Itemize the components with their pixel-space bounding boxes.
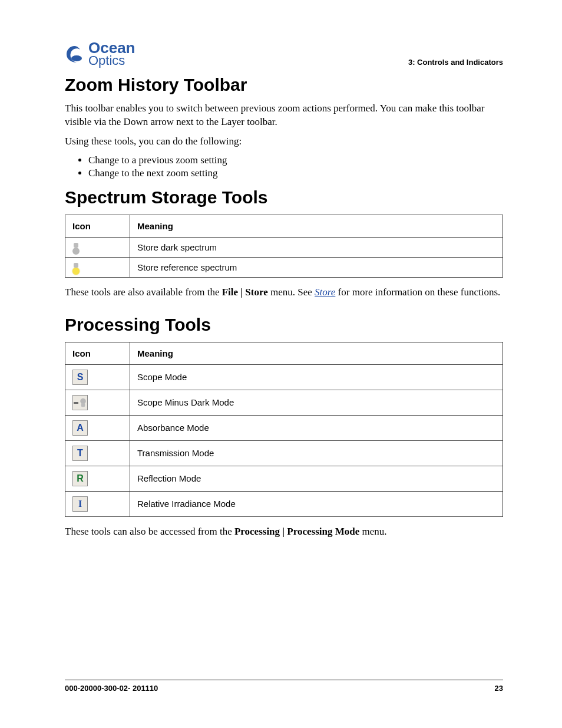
storage-col-icon: Icon <box>65 215 130 238</box>
icon-cell: T <box>65 440 130 466</box>
processing-col-meaning: Meaning <box>130 342 503 364</box>
storage-col-meaning: Meaning <box>130 215 503 238</box>
heading-zoom-history: Zoom History Toolbar <box>65 75 503 95</box>
logo-swirl-icon <box>65 44 85 64</box>
meaning-cell: Store dark spectrum <box>130 238 503 258</box>
icon-cell: A <box>65 415 130 440</box>
doc-number: 000-20000-300-02- 201110 <box>65 684 158 693</box>
storage-note-mid: menu. See <box>268 286 315 298</box>
storage-table: Icon Meaning Store dark spectrum Store r… <box>65 215 503 278</box>
meaning-cell: Transmission Mode <box>130 440 503 466</box>
storage-note: These tools are also available from the … <box>65 286 503 299</box>
zoom-para2: Using these tools, you can do the follow… <box>65 135 503 149</box>
page-header: Ocean Optics 3: Controls and Indicators <box>65 41 503 67</box>
reflection-mode-icon: R <box>72 471 88 486</box>
logo-text: Ocean Optics <box>88 41 135 67</box>
heading-processing: Processing Tools <box>65 315 503 335</box>
store-link[interactable]: Store <box>315 286 335 298</box>
storage-note-bold: File | Store <box>222 286 268 298</box>
processing-note-before: These tools can also be accessed from th… <box>65 526 234 537</box>
absorbance-mode-icon: A <box>72 420 88 436</box>
icon-cell: R <box>65 466 130 491</box>
table-row: Store dark spectrum <box>65 238 503 258</box>
storage-header-row: Icon Meaning <box>65 215 503 238</box>
page-number: 23 <box>495 684 503 693</box>
logo-line2: Optics <box>88 55 135 67</box>
zoom-para1: This toolbar enables you to switch betwe… <box>65 102 503 129</box>
processing-note-bold: Processing | Processing Mode <box>234 526 359 537</box>
zoom-bullet-1: Change to the next zoom setting <box>88 167 503 179</box>
processing-col-icon: Icon <box>65 342 130 364</box>
page: Ocean Optics 3: Controls and Indicators … <box>0 0 562 728</box>
processing-header-row: Icon Meaning <box>65 342 503 364</box>
meaning-cell: Relative Irradiance Mode <box>130 491 503 516</box>
section-label: 3: Controls and Indicators <box>408 58 503 67</box>
heading-storage: Spectrum Storage Tools <box>65 187 503 207</box>
table-row: S Scope Mode <box>65 364 503 390</box>
processing-note-after: menu. <box>359 526 386 537</box>
icon-cell: I <box>65 491 130 516</box>
storage-note-before: These tools are also available from the <box>65 286 222 298</box>
scope-mode-icon: S <box>72 370 88 385</box>
zoom-bullet-list: Change to a previous zoom setting Change… <box>88 154 503 179</box>
transmission-mode-icon: T <box>72 446 88 461</box>
meaning-cell: Scope Minus Dark Mode <box>130 390 503 415</box>
meaning-cell: Reflection Mode <box>130 466 503 491</box>
zoom-bullet-0: Change to a previous zoom setting <box>88 154 503 166</box>
table-row: T Transmission Mode <box>65 440 503 466</box>
meaning-cell: Store reference spectrum <box>130 258 503 278</box>
table-row: A Absorbance Mode <box>65 415 503 440</box>
icon-cell <box>65 390 130 415</box>
meaning-cell: Scope Mode <box>130 364 503 390</box>
table-row: Scope Minus Dark Mode <box>65 390 503 415</box>
scope-minus-dark-icon <box>72 395 88 410</box>
meaning-cell: Absorbance Mode <box>130 415 503 440</box>
table-row: Store reference spectrum <box>65 258 503 278</box>
storage-note-after: for more information on these functions. <box>335 286 500 298</box>
processing-table: Icon Meaning S Scope Mode Scope Minus Da… <box>65 342 503 517</box>
irradiance-mode-icon: I <box>72 496 88 512</box>
icon-cell: S <box>65 364 130 390</box>
page-footer: 000-20000-300-02- 201110 23 <box>65 680 503 693</box>
icon-cell <box>65 258 130 278</box>
table-row: I Relative Irradiance Mode <box>65 491 503 516</box>
logo: Ocean Optics <box>65 41 135 67</box>
processing-note: These tools can also be accessed from th… <box>65 525 503 539</box>
icon-cell <box>65 238 130 258</box>
table-row: R Reflection Mode <box>65 466 503 491</box>
svg-point-0 <box>71 55 82 61</box>
